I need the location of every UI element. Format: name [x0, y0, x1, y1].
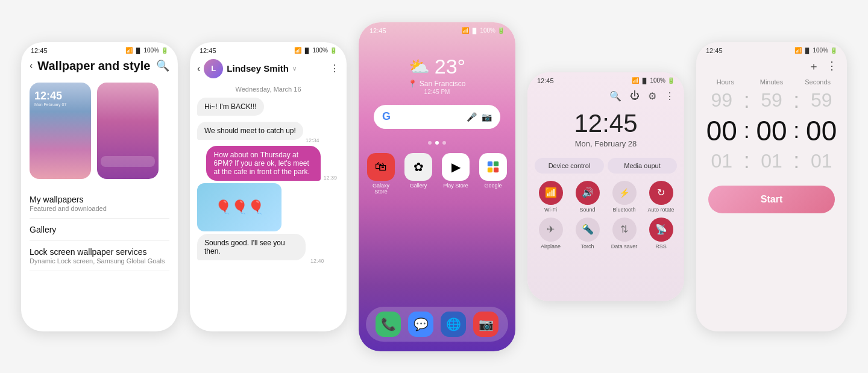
tab-device-control[interactable]: Device control [535, 158, 604, 174]
home-preview-bar [101, 156, 155, 167]
lock-preview-date: Mon February 07 [34, 102, 66, 107]
signal-icon-2: ▐▌ [303, 48, 311, 54]
gallery-label: Gallery [410, 183, 427, 189]
message-1: Hi~! I'm BACK!!! [197, 98, 339, 119]
menu-item-wallpapers[interactable]: My wallpapers Featured and downloaded [30, 189, 169, 219]
screen-home: 12:45 📶 ▐▌ 100% 🔋 ⛅ 23° 📍 San Francisco … [359, 22, 515, 351]
lens-search-icon[interactable]: 📷 [482, 112, 492, 122]
toggle-datasaver-btn[interactable]: ⇅ [612, 218, 637, 242]
last-recv-row: Sounds good. I'll see you then. 12:40 [197, 234, 327, 264]
battery-label-2: 100% [312, 47, 328, 54]
wifi-icon-3: 📶 [462, 27, 469, 34]
toggle-sound-btn[interactable]: 🔊 [576, 181, 600, 205]
play-store-icon: ▶ [442, 153, 470, 181]
status-icons-1: 📶 ▐▌ 100% 🔋 [125, 47, 168, 54]
date-divider: Wednesday, March 16 [190, 83, 347, 98]
timer-top-icons: ＋ ⋮ [696, 57, 847, 78]
search-button[interactable]: 🔍 [156, 59, 169, 72]
galaxy-store-icon: 🛍 [367, 153, 395, 181]
active-hours: 00 [701, 116, 743, 146]
toggle-bluetooth-btn[interactable]: ⚡ [612, 181, 637, 205]
dot-3 [442, 141, 446, 145]
bubble-recv-2: We should meet to catch up! [197, 122, 303, 140]
toggle-torch-btn[interactable]: 🔦 [576, 218, 600, 242]
galaxy-store-label: Galaxy Store [366, 183, 396, 195]
power-qs-icon[interactable]: ⏻ [630, 90, 640, 101]
play-store-label: Play Store [443, 183, 468, 189]
contact-name: Lindsey Smith [227, 63, 289, 74]
app-play-store[interactable]: ▶ Play Store [441, 153, 471, 195]
toggle-torch-label: Torch [580, 243, 594, 249]
toggle-wifi-btn[interactable]: 📶 [539, 181, 563, 205]
gallery-icon: ✿ [404, 153, 432, 181]
menu-item-lockscreen[interactable]: Lock screen wallpaper services Dynamic L… [30, 241, 169, 271]
home-screen-preview[interactable] [97, 83, 159, 179]
toggle-datasaver-label: Data saver [611, 243, 638, 249]
message-2: We should meet to catch up! 12:34 [197, 122, 339, 143]
dock-browser[interactable]: 🌐 [441, 312, 466, 337]
screen-messages: 12:45 📶 ▐▌ 100% 🔋 ‹ L Lindsey Smith ∨ ⋮ … [190, 42, 347, 331]
search-bar[interactable]: G 🎤 📷 [374, 105, 500, 129]
battery-label-5: 100% [813, 47, 828, 54]
timer-bottom-row: 01 : 01 : 01 [696, 148, 847, 174]
back-button[interactable]: ‹ [30, 60, 33, 71]
lock-screen-preview[interactable]: 12:45 Mon February 07 [30, 83, 91, 179]
wifi-icon: 📶 [125, 47, 133, 54]
settings-qs-icon[interactable]: ⚙ [648, 90, 656, 102]
phone-icon: 📞 [376, 312, 401, 337]
bubble-recv-5: Sounds good. I'll see you then. [197, 234, 306, 260]
more-options-button[interactable]: ⋮ [330, 63, 339, 74]
app-google[interactable]: Google [478, 153, 508, 195]
msg-time-3: 12:39 [323, 175, 337, 181]
toggle-airplane: ✈ Airplane [535, 218, 567, 249]
active-seconds: 00 [800, 116, 842, 146]
voice-search-icon[interactable]: 🎤 [467, 112, 477, 122]
signal-icon-4: ▐▌ [641, 78, 649, 84]
add-timer-icon[interactable]: ＋ [808, 59, 819, 74]
toggle-autorotate-btn[interactable]: ↻ [649, 181, 673, 205]
toggle-rss-btn[interactable]: 📡 [649, 218, 673, 242]
menu-label-gallery: Gallery [30, 225, 169, 234]
toggle-wifi: 📶 Wi-Fi [535, 181, 567, 213]
image-bubble: 🎈🎈🎈 [197, 183, 281, 231]
more-timer-icon[interactable]: ⋮ [826, 59, 837, 74]
signal-icon-3: ▐▌ [471, 28, 479, 34]
screen-timer: 12:45 📶 ▐▌ 100% 🔋 ＋ ⋮ Hours Minutes Seco… [696, 42, 847, 331]
tab-media-output[interactable]: Media ouput [608, 158, 677, 174]
status-time-3: 12:45 [370, 27, 386, 34]
toggle-grid-1: 📶 Wi-Fi 🔊 Sound ⚡ Bluetooth ↻ Auto rotat… [527, 176, 684, 218]
toggle-airplane-btn[interactable]: ✈ [539, 218, 563, 242]
wifi-icon-5: 📶 [794, 47, 802, 54]
timer-top-row: 99 : 59 : 59 [696, 88, 847, 113]
status-icons-3: 📶 ▐▌ 100% 🔋 [462, 27, 505, 34]
more-qs-icon[interactable]: ⋮ [665, 90, 675, 102]
status-bar-2: 12:45 📶 ▐▌ 100% 🔋 [190, 42, 347, 57]
wallpaper-menu: My wallpapers Featured and downloaded Ga… [21, 186, 178, 274]
status-bar-4: 12:45 📶 ▐▌ 100% 🔋 [527, 72, 684, 87]
start-button[interactable]: Start [708, 186, 835, 213]
search-qs-icon[interactable]: 🔍 [609, 90, 621, 102]
contact-avatar: L [204, 59, 223, 78]
toggle-torch: 🔦 Torch [571, 218, 603, 249]
dock-messages[interactable]: 💬 [408, 312, 433, 337]
menu-item-gallery[interactable]: Gallery [30, 219, 169, 241]
dock-phone[interactable]: 📞 [376, 312, 401, 337]
bubble-send-3: How about on Thursday at 6PM? If you are… [206, 146, 321, 181]
page-indicator [428, 141, 446, 145]
app-galaxy-store[interactable]: 🛍 Galaxy Store [366, 153, 396, 195]
lock-preview-time: 12:45 [34, 90, 62, 102]
top-seconds: 59 [800, 90, 842, 111]
dock: 📞 💬 🌐 📷 [366, 307, 508, 342]
wallpaper-top-bar: ‹ Wallpaper and style 🔍 [21, 57, 178, 78]
messages-back-button[interactable]: ‹ [197, 63, 200, 74]
browser-icon: 🌐 [441, 312, 466, 337]
top-hours: 99 [701, 90, 743, 111]
dock-camera[interactable]: 📷 [473, 312, 498, 337]
qs-tab-row: Device control Media ouput [527, 154, 684, 176]
messages-icon: 💬 [408, 312, 433, 337]
camera-icon: 📷 [473, 312, 498, 337]
lock-date-4: Mon, February 28 [527, 139, 684, 148]
app-gallery[interactable]: ✿ Gallery [403, 153, 433, 195]
dot-2 [435, 141, 439, 145]
screen-wallpaper: 12:45 📶 ▐▌ 100% 🔋 ‹ Wallpaper and style … [21, 42, 178, 331]
